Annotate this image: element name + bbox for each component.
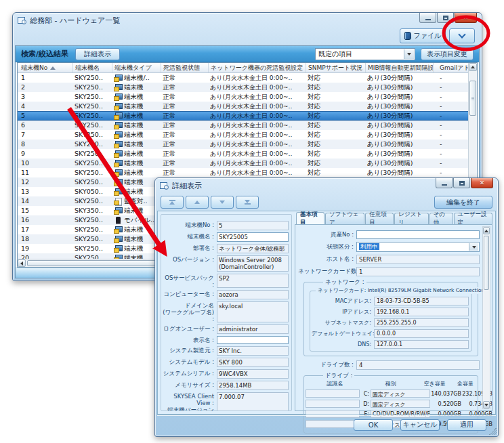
mobile-icon xyxy=(114,217,123,224)
field-label: システム製造元 : xyxy=(163,346,214,356)
expand-menu-button[interactable] xyxy=(449,28,475,43)
scroll-down-button[interactable] xyxy=(483,401,490,408)
column-header[interactable]: MIB情報自動更新間隔設定 xyxy=(366,63,434,72)
tab-基本項目[interactable]: 基本項目 xyxy=(296,212,324,224)
field-label: 部署名 : xyxy=(163,244,214,253)
drive-row: C:固定ディスク140.037GB232.109GB xyxy=(306,389,474,398)
field-value: 5 xyxy=(217,221,289,230)
drive-column-header: 認識名 xyxy=(306,380,364,387)
combo-arrow[interactable] xyxy=(469,243,478,251)
drive-column-header: 空き容量 xyxy=(417,380,445,387)
scroll-up-button[interactable] xyxy=(469,63,477,71)
column-header[interactable]: 端末機タイプ xyxy=(112,63,161,72)
field-label: 端末機名 : xyxy=(163,232,214,242)
table-row[interactable]: 11SKY250..端末機正常あり(月火水木金土日 0:00~..対応あり(30… xyxy=(18,168,468,177)
drive-row: D:固定ディスク0.520GB0.734GB xyxy=(306,400,474,408)
main-toolbar: ファイル xyxy=(13,28,482,45)
scroll-up-button[interactable] xyxy=(483,227,490,234)
status-label: 状態区分 : xyxy=(298,243,356,251)
column-header[interactable]: 死活監視状態 xyxy=(161,63,209,72)
triangle-down-icon xyxy=(484,404,488,406)
drive-column-header: 種別 xyxy=(364,380,417,387)
dns-field: 127.0.0.1 xyxy=(374,340,469,349)
field-value[interactable] xyxy=(217,336,289,344)
table-row[interactable]: 8SKY250..端末機正常あり(月火水木金土日 0:00~..対応あり(30分… xyxy=(18,140,468,149)
table-row[interactable]: 1SKY250..端末機/..正常あり(月火水木金土日 0:00~..対応あり(… xyxy=(18,73,468,83)
vertical-scroll-thumb[interactable] xyxy=(484,236,489,290)
combo-arrow[interactable] xyxy=(404,49,414,59)
close-button[interactable]: ✕ xyxy=(455,13,477,23)
table-row[interactable]: 2SKY250..端末機正常あり(月火水木金土日 0:00~..対応あり(30分… xyxy=(18,83,468,92)
field-value: SKY 800 xyxy=(217,358,289,367)
ok-button[interactable]: OK xyxy=(354,419,393,431)
pc-icon xyxy=(114,103,123,110)
minimize-button[interactable] xyxy=(436,178,453,188)
table-row[interactable]: 10SKY250..端末機正常あり(月火水木金土日 0:00~..対応あり(30… xyxy=(18,159,468,168)
tab-任意項目[interactable]: 任意項目 xyxy=(365,213,394,224)
table-row[interactable]: 7SKY250..端末機正常あり(月火水木金土日 0:00~..対応あり(30分… xyxy=(18,130,468,140)
first-record-button[interactable] xyxy=(161,196,184,209)
field-label: コンピューター名 : xyxy=(163,290,214,299)
panel-scrollbar[interactable] xyxy=(482,226,490,409)
pc-icon xyxy=(114,179,123,186)
subnet-field: 255.255.255.0 xyxy=(374,318,469,327)
nic-count-field: 1 xyxy=(356,267,480,276)
tab-ソフトウェア[interactable]: ソフトウェア xyxy=(325,213,364,224)
pc-icon xyxy=(114,169,123,177)
field-label: 表示名 : xyxy=(163,336,214,344)
vertical-scroll-thumb[interactable] xyxy=(469,81,476,116)
asset-no-label: 資産No : xyxy=(298,231,356,239)
minimize-button[interactable] xyxy=(419,13,436,23)
pc-icon xyxy=(114,188,123,196)
table-row[interactable]: 3SKY250..端末機正常あり(月火水木金土日 0:00~..対応あり(30分… xyxy=(18,92,468,102)
triangle-left-icon xyxy=(20,261,23,266)
resize-grip[interactable] xyxy=(489,427,497,435)
host-name-field: SERVER xyxy=(356,255,480,264)
field-label: メモリサイズ : xyxy=(163,381,214,390)
tab-その他[interactable]: その他 xyxy=(429,213,453,224)
main-title-bar[interactable]: 総務部 - ハードウェア一覧 xyxy=(13,13,482,28)
cancel-button[interactable]: キャンセル xyxy=(400,419,440,431)
scroll-left-button[interactable] xyxy=(18,259,26,267)
arrow-up-icon xyxy=(194,201,200,204)
maximize-button[interactable] xyxy=(437,13,454,23)
pc-icon xyxy=(114,160,123,167)
column-header[interactable]: ネットワーク機器の死活監視設定 xyxy=(209,63,306,72)
pc-icon xyxy=(114,226,123,234)
status-select[interactable]: 利用中 xyxy=(356,242,480,252)
table-row[interactable]: 4SKY250..端末機正常あり(月火水木金土日 0:00~..対応あり(30分… xyxy=(18,102,468,111)
pc-icon xyxy=(114,141,123,148)
column-header[interactable]: 端末機名 xyxy=(73,63,112,72)
last-record-button[interactable] xyxy=(236,196,259,209)
end-edit-button[interactable]: 編集を終了 xyxy=(434,196,492,209)
file-menu-button[interactable]: ファイル xyxy=(400,28,446,43)
detail-tabs-panel: 基本項目ソフトウェア任意項目レジストリその他ユーザー設定 資産No : 状態区分… xyxy=(295,213,492,411)
field-value: SP2 xyxy=(217,274,289,288)
table-row[interactable]: 9SKY250..端末機正常あり(月火水木金土日 0:00~..対応あり(30分… xyxy=(18,149,468,159)
next-record-button[interactable] xyxy=(211,196,234,209)
previous-record-button[interactable] xyxy=(186,196,209,209)
close-button[interactable]: ✕ xyxy=(471,178,493,188)
column-header[interactable]: SNMPサポート状況 xyxy=(306,63,366,72)
table-row[interactable]: 5SKY250..端末機正常あり(月火水木金土日 0:00~..対応あり(30分… xyxy=(18,111,468,121)
change-columns-button[interactable]: 表示項目変更 xyxy=(421,48,474,60)
basic-items-tab-panel: 資産No : 状態区分 : 利用中 ホスト名 : SERVER xyxy=(295,224,492,411)
apply-button[interactable]: 適用 xyxy=(447,419,486,431)
filter-bar: 検索/絞込結果 詳細表示 既定の項目 表示項目変更 xyxy=(16,46,479,62)
field-value[interactable]: SKY25005 xyxy=(217,232,289,242)
file-icon xyxy=(404,32,411,40)
maximize-button[interactable] xyxy=(453,178,470,188)
asset-no-field[interactable] xyxy=(356,230,480,239)
dialog-button-bar: OK キャンセル 適用 xyxy=(157,415,496,434)
tab-ユーザー設定[interactable]: ユーザー設定 xyxy=(454,213,492,224)
preset-columns-select[interactable]: 既定の項目 xyxy=(315,48,415,60)
table-row[interactable]: 6SKY250..端末機正常あり(月火水木金土日 0:00~..対応あり(30分… xyxy=(18,121,468,130)
pc-icon xyxy=(114,93,123,101)
detail-view-button[interactable]: 詳細表示 xyxy=(75,48,120,60)
column-header[interactable]: 端末機No xyxy=(18,63,73,72)
chevron-down-icon xyxy=(407,53,411,56)
tab-レジストリ[interactable]: レジストリ xyxy=(394,213,428,224)
field-label: OSサービスパック : xyxy=(163,274,214,288)
column-header[interactable]: Gmailアドレ xyxy=(434,63,471,72)
drive-name-field xyxy=(306,400,360,408)
